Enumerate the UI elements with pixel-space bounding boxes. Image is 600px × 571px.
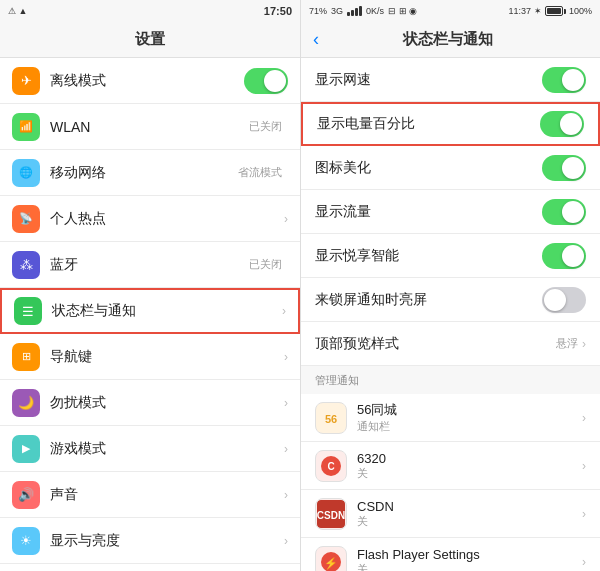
notif-name-csdn: CSDN [357, 499, 582, 514]
notif-item-6320[interactable]: C 6320 关 › [301, 442, 600, 490]
topstyle-sub: 悬浮 [556, 336, 578, 351]
notif-sub-csdn: 关 [357, 514, 582, 529]
notif-item-csdn[interactable]: CSDN CSDN 关 › [301, 490, 600, 538]
battery-full: 100% [569, 6, 592, 16]
settings-item-airplane[interactable]: ✈ 离线模式 [0, 58, 300, 104]
misc-icons: ⊟ ⊞ ◉ [388, 6, 417, 16]
nav-icon: ⊞ [12, 343, 40, 371]
bluetooth-status: ✶ [534, 6, 542, 16]
sound-label: 声音 [50, 486, 284, 504]
settings-item-wallpaper[interactable]: T 壁纸与字体 › [0, 564, 300, 571]
nav-label: 导航键 [50, 348, 284, 366]
left-time: 17:50 [264, 5, 292, 17]
airplane-toggle[interactable] [244, 68, 288, 94]
dnd-label: 勿扰模式 [50, 394, 284, 412]
hotspot-icon: 📡 [12, 205, 40, 233]
notif-icon-flash: ⚡ [315, 546, 347, 572]
right-item-showyue[interactable]: 显示悦享智能 [301, 234, 600, 278]
locklight-toggle[interactable] [542, 287, 586, 313]
settings-item-sound[interactable]: 🔊 声音 › [0, 472, 300, 518]
settings-item-statusbar[interactable]: ☰ 状态栏与通知 › [0, 288, 300, 334]
notif-item-56[interactable]: 56 56同城 通知栏 › [301, 394, 600, 442]
settings-item-hotspot[interactable]: 📡 个人热点 › [0, 196, 300, 242]
showyue-label: 显示悦享智能 [315, 247, 542, 265]
cellular-icon: 🌐 [12, 159, 40, 187]
settings-item-dnd[interactable]: 🌙 勿扰模式 › [0, 380, 300, 426]
right-time: 11:37 [508, 6, 531, 16]
notif-sub-56: 通知栏 [357, 419, 582, 434]
settings-item-nav[interactable]: ⊞ 导航键 › [0, 334, 300, 380]
notif-logo-56: 56 [317, 404, 345, 432]
notif-name-56: 56同城 [357, 401, 582, 419]
showbattery-label: 显示电量百分比 [317, 115, 540, 133]
left-panel: ⚠ ▲ 17:50 设置 ✈ 离线模式 📶 WLAN 已关闭 🌐 移动网络 省流… [0, 0, 300, 571]
wifi-icon: 📶 [12, 113, 40, 141]
showyue-toggle[interactable] [542, 243, 586, 269]
notif-info-56: 56同城 通知栏 [357, 401, 582, 434]
topstyle-label: 顶部预览样式 [315, 335, 556, 353]
signal-bars [347, 6, 362, 16]
game-label: 游戏模式 [50, 440, 284, 458]
right-status-left: 71% 3G 0K/s ⊟ ⊞ ◉ [309, 6, 417, 16]
display-icon: ☀ [12, 527, 40, 555]
showflow-toggle[interactable] [542, 199, 586, 225]
left-status-icons: ⚠ ▲ [8, 6, 27, 16]
settings-item-wlan[interactable]: 📶 WLAN 已关闭 [0, 104, 300, 150]
showspeed-toggle[interactable] [542, 67, 586, 93]
notif-icon-56: 56 [315, 402, 347, 434]
notif-icon-csdn: CSDN [315, 498, 347, 530]
status-bar-left: ⚠ ▲ 17:50 [0, 0, 300, 22]
right-panel: 71% 3G 0K/s ⊟ ⊞ ◉ 11:37 ✶ 100% ‹ [300, 0, 600, 571]
svg-text:56: 56 [325, 413, 337, 425]
dnd-icon: 🌙 [12, 389, 40, 417]
iconbeauty-label: 图标美化 [315, 159, 542, 177]
notification-section-header: 管理通知 [301, 366, 600, 394]
cellular-label: 移动网络 [50, 164, 238, 182]
notif-chevron-6320: › [582, 459, 586, 473]
notif-icon-6320: C [315, 450, 347, 482]
notif-logo-6320: C [317, 452, 345, 480]
notif-item-flash[interactable]: ⚡ Flash Player Settings 关 › [301, 538, 600, 571]
airplane-label: 离线模式 [50, 72, 244, 90]
showbattery-toggle[interactable] [540, 111, 584, 137]
iconbeauty-toggle[interactable] [542, 155, 586, 181]
settings-list: ✈ 离线模式 📶 WLAN 已关闭 🌐 移动网络 省流模式 📡 个人热点 › ⁂… [0, 58, 300, 571]
right-item-topstyle[interactable]: 顶部预览样式 悬浮 › [301, 322, 600, 366]
back-button[interactable]: ‹ [313, 29, 319, 50]
bluetooth-icon: ⁂ [12, 251, 40, 279]
settings-item-display[interactable]: ☀ 显示与亮度 › [0, 518, 300, 564]
topstyle-chevron: › [582, 337, 586, 351]
right-item-showbattery[interactable]: 显示电量百分比 [301, 102, 600, 146]
notif-info-csdn: CSDN 关 [357, 499, 582, 529]
right-list: 显示网速 显示电量百分比 图标美化 显示流量 显示悦享智能 来锁屏通知时亮屏 [301, 58, 600, 571]
showspeed-label: 显示网速 [315, 71, 542, 89]
settings-item-bluetooth[interactable]: ⁂ 蓝牙 已关闭 [0, 242, 300, 288]
wlan-sub: 已关闭 [249, 119, 282, 134]
svg-text:⚡: ⚡ [324, 556, 338, 570]
game-icon: ▶ [12, 435, 40, 463]
left-header: 设置 [0, 22, 300, 58]
network-type: 3G [331, 6, 343, 16]
hotspot-label: 个人热点 [50, 210, 284, 228]
notif-name-flash: Flash Player Settings [357, 547, 582, 562]
battery-percent: 71% [309, 6, 327, 16]
svg-text:CSDN: CSDN [317, 510, 345, 521]
right-item-showflow[interactable]: 显示流量 [301, 190, 600, 234]
dnd-chevron: › [284, 396, 288, 410]
cellular-sub: 省流模式 [238, 165, 282, 180]
bluetooth-label: 蓝牙 [50, 256, 249, 274]
notif-sub-flash: 关 [357, 562, 582, 572]
right-item-showspeed[interactable]: 显示网速 [301, 58, 600, 102]
showflow-label: 显示流量 [315, 203, 542, 221]
notif-chevron-flash: › [582, 555, 586, 569]
statusbar-icon: ☰ [14, 297, 42, 325]
svg-text:C: C [327, 461, 334, 472]
notif-info-flash: Flash Player Settings 关 [357, 547, 582, 572]
settings-item-game[interactable]: ▶ 游戏模式 › [0, 426, 300, 472]
right-item-locklight[interactable]: 来锁屏通知时亮屏 [301, 278, 600, 322]
settings-item-cellular[interactable]: 🌐 移动网络 省流模式 [0, 150, 300, 196]
airplane-icon: ✈ [12, 67, 40, 95]
right-item-iconbeauty[interactable]: 图标美化 [301, 146, 600, 190]
notif-info-6320: 6320 关 [357, 451, 582, 481]
right-title: 状态栏与通知 [327, 30, 568, 49]
